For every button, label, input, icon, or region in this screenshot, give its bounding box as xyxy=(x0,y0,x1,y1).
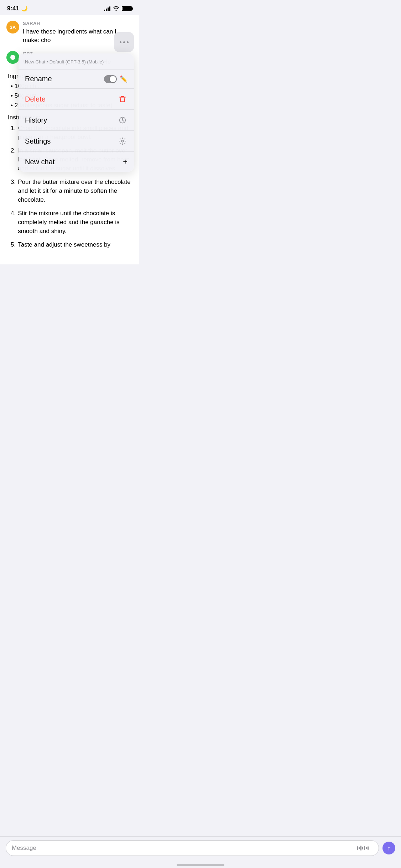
battery-fill xyxy=(123,7,131,10)
new-chat-menu-item[interactable]: New chat + xyxy=(19,152,134,172)
rename-toggle-knob xyxy=(110,76,116,82)
status-icons xyxy=(104,6,132,12)
rename-toggle[interactable] xyxy=(104,75,117,83)
menu-header: New Chat • Default (GPT-3.5) (Mobile) xyxy=(19,53,134,69)
instruction-4: 4. Stir the mixture until the chocolate … xyxy=(9,209,131,236)
trash-icon xyxy=(118,94,127,104)
sarah-avatar: 3A xyxy=(6,21,19,33)
context-menu: New Chat • Default (GPT-3.5) (Mobile) Re… xyxy=(19,53,134,172)
instruction-3: 3. Pour the butter mixture over the choc… xyxy=(9,178,131,204)
signal-bar-4 xyxy=(109,6,110,11)
more-options-button[interactable] xyxy=(114,32,134,52)
edit-pencil-icon: ✏️ xyxy=(120,75,127,83)
plus-icon: + xyxy=(123,157,127,166)
three-dots-icon xyxy=(120,41,129,43)
settings-menu-item[interactable]: Settings xyxy=(19,131,134,152)
settings-gear-icon xyxy=(118,136,127,146)
time-label: 9:41 xyxy=(7,5,19,12)
history-icon xyxy=(118,115,127,125)
sarah-label: SARAH xyxy=(23,21,132,26)
sarah-message: 3A SARAH I have these ingredients what c… xyxy=(6,21,132,45)
history-label: History xyxy=(25,116,47,124)
battery-icon xyxy=(122,6,132,11)
moon-icon: 🌙 xyxy=(21,5,28,12)
instruction-5: 5. Taste and adjust the sweetness by xyxy=(9,241,131,249)
status-time: 9:41 🌙 xyxy=(7,5,28,12)
menu-header-text: New Chat • Default (GPT-3.5) (Mobile) xyxy=(25,59,104,64)
gpt-dot xyxy=(10,55,15,60)
delete-menu-item[interactable]: Delete xyxy=(19,89,134,110)
svg-point-1 xyxy=(121,140,124,142)
settings-label: Settings xyxy=(25,137,51,145)
rename-menu-item[interactable]: Rename ✏️ xyxy=(19,69,134,89)
status-bar: 9:41 🌙 xyxy=(0,0,139,15)
signal-bars xyxy=(104,6,110,11)
signal-bar-3 xyxy=(108,7,109,11)
gpt-avatar xyxy=(6,51,19,64)
signal-bar-2 xyxy=(106,9,107,11)
new-chat-label: New chat xyxy=(25,158,54,166)
delete-label: Delete xyxy=(25,95,46,103)
wifi-icon xyxy=(113,6,119,12)
signal-bar-1 xyxy=(104,10,105,11)
history-menu-item[interactable]: History xyxy=(19,110,134,131)
rename-right: ✏️ xyxy=(104,75,127,83)
rename-label: Rename xyxy=(25,75,52,83)
